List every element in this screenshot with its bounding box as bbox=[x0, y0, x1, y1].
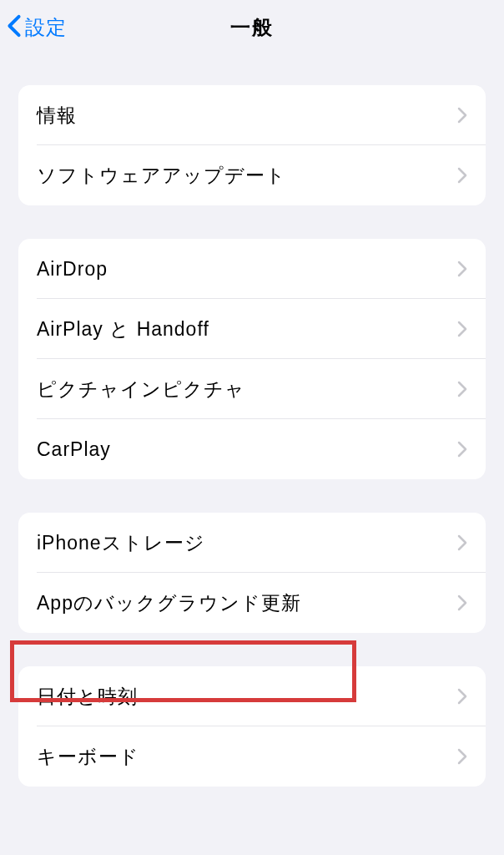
row-keyboard[interactable]: キーボード bbox=[18, 726, 486, 787]
row-label: Appのバックグラウンド更新 bbox=[37, 590, 301, 616]
chevron-right-icon bbox=[457, 688, 467, 705]
row-software-update[interactable]: ソフトウェアアップデート bbox=[18, 145, 486, 205]
row-label: iPhoneストレージ bbox=[37, 530, 205, 556]
chevron-left-icon bbox=[7, 14, 22, 41]
row-label: キーボード bbox=[37, 744, 139, 770]
back-label: 設定 bbox=[25, 14, 67, 41]
chevron-right-icon bbox=[457, 381, 467, 397]
row-label: AirDrop bbox=[37, 258, 108, 281]
row-date-time[interactable]: 日付と時刻 bbox=[18, 666, 486, 726]
content: 情報 ソフトウェアアップデート AirDrop AirPlay と Handof… bbox=[0, 85, 504, 787]
chevron-right-icon bbox=[457, 321, 467, 337]
row-picture-in-picture[interactable]: ピクチャインピクチャ bbox=[18, 359, 486, 419]
back-button[interactable]: 設定 bbox=[7, 14, 67, 41]
navigation-bar: 設定 一般 bbox=[0, 0, 504, 55]
chevron-right-icon bbox=[457, 167, 467, 184]
chevron-right-icon bbox=[457, 441, 467, 458]
row-label: AirPlay と Handoff bbox=[37, 316, 209, 342]
row-iphone-storage[interactable]: iPhoneストレージ bbox=[18, 513, 486, 573]
row-label: 日付と時刻 bbox=[37, 684, 138, 710]
chevron-right-icon bbox=[457, 107, 467, 124]
settings-group: 情報 ソフトウェアアップデート bbox=[18, 85, 486, 205]
settings-group: AirDrop AirPlay と Handoff ピクチャインピクチャ Car… bbox=[18, 239, 486, 479]
page-title: 一般 bbox=[8, 14, 496, 41]
row-label: 情報 bbox=[37, 103, 77, 129]
settings-group: iPhoneストレージ Appのバックグラウンド更新 bbox=[18, 513, 486, 633]
row-label: CarPlay bbox=[37, 438, 111, 461]
settings-group: 日付と時刻 キーボード bbox=[18, 666, 486, 787]
chevron-right-icon bbox=[457, 748, 467, 765]
chevron-right-icon bbox=[457, 261, 467, 277]
row-label: ピクチャインピクチャ bbox=[37, 377, 245, 402]
row-airplay-handoff[interactable]: AirPlay と Handoff bbox=[18, 299, 486, 359]
row-airdrop[interactable]: AirDrop bbox=[18, 239, 486, 299]
chevron-right-icon bbox=[457, 594, 467, 611]
row-about[interactable]: 情報 bbox=[18, 85, 486, 145]
row-carplay[interactable]: CarPlay bbox=[18, 419, 486, 479]
row-label: ソフトウェアアップデート bbox=[37, 163, 286, 189]
row-background-app-refresh[interactable]: Appのバックグラウンド更新 bbox=[18, 573, 486, 633]
chevron-right-icon bbox=[457, 534, 467, 551]
